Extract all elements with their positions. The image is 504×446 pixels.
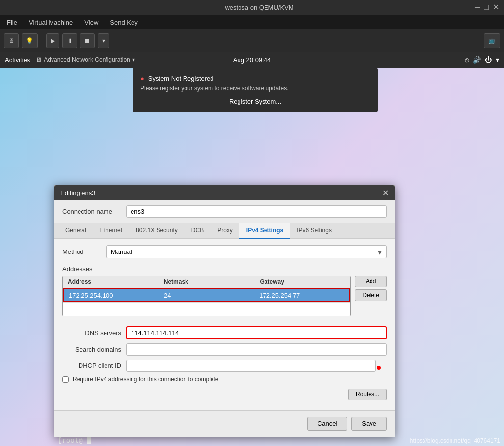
menu-file[interactable]: File xyxy=(5,18,19,27)
dns-servers-input[interactable] xyxy=(126,326,387,339)
desktop: Activities 🖥 Advanced Network Configurat… xyxy=(0,52,504,446)
chevron-down-icon: ▾ xyxy=(102,37,105,44)
method-label: Method xyxy=(62,248,102,255)
gnome-topbar-left: Activities 🖥 Advanced Network Configurat… xyxy=(5,56,135,64)
app-indicator[interactable]: 🖥 Advanced Network Configuration ▾ xyxy=(36,56,134,63)
toolbar-stop-btn[interactable]: ⏹ xyxy=(80,33,95,48)
minimize-button[interactable]: ─ xyxy=(475,3,480,11)
toolbar-display-btn[interactable]: 📺 xyxy=(484,33,500,48)
activities-button[interactable]: Activities xyxy=(5,56,30,64)
watermark: https://blog.csdn.net/qq_40764171 xyxy=(410,437,500,444)
col-gateway: Gateway xyxy=(255,276,351,288)
stop-icon: ⏹ xyxy=(84,37,90,44)
cell-netmask: 24 xyxy=(159,290,254,301)
addresses-area: Address Netmask Gateway 172.25.254.100 2… xyxy=(62,276,387,321)
tab-ethernet[interactable]: Ethernet xyxy=(93,223,129,239)
table-empty-row[interactable]: . xyxy=(63,302,350,316)
table-row[interactable]: 172.25.254.100 24 172.25.254.77 xyxy=(63,288,350,302)
toolbar-play-btn[interactable]: ▶ xyxy=(46,33,59,48)
tab-ipv6-settings[interactable]: IPv6 Settings xyxy=(290,223,339,239)
volume-icon[interactable]: 🔊 xyxy=(473,56,481,64)
tab-general[interactable]: General xyxy=(58,223,93,239)
toolbar-lightbulb-btn[interactable]: 💡 xyxy=(22,33,38,48)
play-icon: ▶ xyxy=(51,37,55,44)
terminal-line-3: [root@ xyxy=(58,436,91,444)
title-bar-title: westosa on QEMU/KVM xyxy=(44,4,475,11)
notification-link[interactable]: Register System... xyxy=(140,98,370,105)
menu-virtual-machine[interactable]: Virtual Machine xyxy=(27,18,75,27)
cell-gateway: 172.25.254.77 xyxy=(254,290,349,301)
monitor-icon: 🖥 xyxy=(8,37,14,44)
menu-bar: File Virtual Machine View Send Key xyxy=(0,15,504,29)
require-ipv4-checkbox[interactable] xyxy=(62,376,69,383)
addresses-table: Address Netmask Gateway 172.25.254.100 2… xyxy=(62,276,351,316)
menu-send-key[interactable]: Send Key xyxy=(108,18,139,27)
tab-dcb[interactable]: DCB xyxy=(185,223,211,239)
title-bar-controls: ─ □ ✕ xyxy=(475,3,499,11)
addresses-section-label: Addresses xyxy=(62,265,387,273)
addresses-table-wrap: Address Netmask Gateway 172.25.254.100 2… xyxy=(62,276,351,321)
connection-name-input[interactable] xyxy=(126,205,387,218)
address-buttons: Add Delete xyxy=(355,276,387,321)
save-button[interactable]: Save xyxy=(351,417,387,431)
tab-8021x-security[interactable]: 802.1X Security xyxy=(129,223,185,239)
editing-dialog: Editing ens3 ✕ Connection name General E… xyxy=(54,185,395,437)
close-button[interactable]: ✕ xyxy=(493,3,499,11)
power-icon[interactable]: ⏻ xyxy=(485,56,492,64)
table-header: Address Netmask Gateway xyxy=(63,276,350,288)
app-indicator-label: Advanced Network Configuration xyxy=(44,56,130,63)
tab-proxy[interactable]: Proxy xyxy=(211,223,239,239)
notification-title: ● System Not Registered xyxy=(140,75,370,82)
terminal-prompt: [root@ xyxy=(58,436,83,444)
menu-view[interactable]: View xyxy=(82,18,100,27)
dialog-footer: Cancel Save xyxy=(54,410,395,437)
notification-banner: ● System Not Registered Please register … xyxy=(133,68,378,112)
search-domains-label: Search domains xyxy=(62,346,121,353)
dns-servers-row: DNS servers xyxy=(62,326,387,339)
title-bar: westosa on QEMU/KVM ─ □ ✕ xyxy=(0,0,504,15)
require-ipv4-row: Require IPv4 addressing for this connect… xyxy=(62,376,387,383)
method-select[interactable]: Manual Automatic (DHCP) Link-Local Only … xyxy=(106,245,387,258)
chevron-down-icon[interactable]: ▾ xyxy=(496,56,499,64)
search-domains-input[interactable] xyxy=(126,343,387,356)
toolbar-monitor-btn[interactable]: 🖥 xyxy=(4,33,19,48)
terminal-cursor xyxy=(87,437,91,444)
dhcp-client-id-label: DHCP client ID xyxy=(62,362,121,369)
empty-cell: . xyxy=(63,303,350,316)
col-netmask: Netmask xyxy=(159,276,255,288)
routes-button[interactable]: Routes... xyxy=(348,389,387,400)
cancel-button[interactable]: Cancel xyxy=(307,417,347,431)
pause-icon: ⏸ xyxy=(67,37,73,44)
dialog-titlebar: Editing ens3 ✕ xyxy=(54,185,395,200)
dhcp-client-id-input[interactable] xyxy=(126,360,376,372)
tab-bar: General Ethernet 802.1X Security DCB Pro… xyxy=(54,223,395,239)
search-domains-row: Search domains xyxy=(62,343,387,356)
notification-body: Please register your system to receive s… xyxy=(140,85,370,92)
notification-title-text: System Not Registered xyxy=(148,75,214,82)
app-indicator-chevron: ▾ xyxy=(132,56,135,63)
add-address-button[interactable]: Add xyxy=(355,276,387,287)
toolbar-separator-1 xyxy=(42,35,42,47)
network-icon[interactable]: ⎋ xyxy=(465,56,469,64)
red-indicator xyxy=(377,366,381,370)
gnome-topbar: Activities 🖥 Advanced Network Configurat… xyxy=(0,52,504,68)
toolbar-pause-btn[interactable]: ⏸ xyxy=(62,33,77,48)
app-indicator-icon: 🖥 xyxy=(36,56,42,63)
dns-servers-label: DNS servers xyxy=(62,329,121,336)
dialog-title: Editing ens3 xyxy=(60,189,96,196)
lightbulb-icon: 💡 xyxy=(26,37,33,44)
toolbar: 🖥 💡 ▶ ⏸ ⏹ ▾ 📺 xyxy=(0,29,504,52)
require-ipv4-label: Require IPv4 addressing for this connect… xyxy=(73,376,219,383)
method-select-wrapper: Manual Automatic (DHCP) Link-Local Only … xyxy=(106,245,387,258)
maximize-button[interactable]: □ xyxy=(484,3,489,11)
method-row: Method Manual Automatic (DHCP) Link-Loca… xyxy=(62,245,387,258)
dialog-close-button[interactable]: ✕ xyxy=(382,188,389,197)
dialog-body: Connection name General Ethernet 802.1X … xyxy=(54,200,395,437)
gnome-topbar-right: ⎋ 🔊 ⏻ ▾ xyxy=(465,56,499,64)
display-icon: 📺 xyxy=(488,37,496,44)
delete-address-button[interactable]: Delete xyxy=(355,289,387,301)
toolbar-dropdown-btn[interactable]: ▾ xyxy=(98,33,109,48)
datetime-display: Aug 20 09:44 xyxy=(233,56,271,64)
tab-ipv4-settings[interactable]: IPv4 Settings xyxy=(239,223,290,239)
connection-name-row: Connection name xyxy=(54,200,395,223)
